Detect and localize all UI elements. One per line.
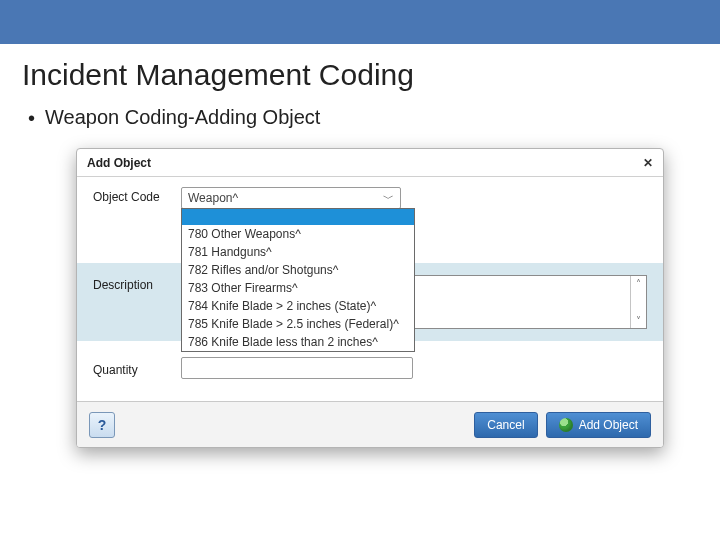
bullet-row: • Weapon Coding-Adding Object (0, 102, 720, 144)
dropdown-option[interactable]: 786 Knife Blade less than 2 inches^ (182, 333, 414, 351)
dropdown-option[interactable]: 785 Knife Blade > 2.5 inches (Federal)^ (182, 315, 414, 333)
dialog-title-text: Add Object (87, 156, 151, 170)
cancel-button[interactable]: Cancel (474, 412, 537, 438)
chevron-down-icon: ﹀ (380, 191, 396, 206)
dropdown-option-selected[interactable] (182, 209, 414, 225)
textarea-scrollbar[interactable]: ˄ ˅ (630, 276, 646, 328)
bullet-dot: • (28, 106, 35, 130)
dialog-wrap: Add Object ✕ Object Code Weapon^ ﹀ 780 O (0, 144, 720, 540)
quantity-input[interactable] (181, 357, 413, 379)
help-button[interactable]: ? (89, 412, 115, 438)
dialog-content: Object Code Weapon^ ﹀ 780 Other Weapons^… (77, 177, 663, 401)
dialog-titlebar: Add Object ✕ (77, 149, 663, 177)
top-band (0, 0, 720, 44)
object-code-dropdown[interactable]: 780 Other Weapons^ 781 Handguns^ 782 Rif… (181, 208, 415, 352)
bullet-text: Weapon Coding-Adding Object (45, 106, 320, 129)
slide-title: Incident Management Coding (0, 44, 720, 102)
dropdown-option[interactable]: 783 Other Firearms^ (182, 279, 414, 297)
dropdown-option[interactable]: 782 Rifles and/or Shotguns^ (182, 261, 414, 279)
dropdown-option[interactable]: 784 Knife Blade > 2 inches (State)^ (182, 297, 414, 315)
add-object-label: Add Object (579, 418, 638, 432)
object-code-row: Object Code Weapon^ ﹀ 780 Other Weapons^… (93, 187, 647, 209)
help-icon: ? (98, 417, 107, 433)
cancel-label: Cancel (487, 418, 524, 432)
object-code-value: Weapon^ (188, 191, 238, 205)
quantity-label: Quantity (93, 360, 181, 377)
add-object-button[interactable]: Add Object (546, 412, 651, 438)
slide: Incident Management Coding • Weapon Codi… (0, 0, 720, 540)
dropdown-option[interactable]: 780 Other Weapons^ (182, 225, 414, 243)
scroll-down-icon[interactable]: ˅ (636, 315, 641, 326)
dialog-footer: ? Cancel Add Object (77, 401, 663, 447)
scroll-up-icon[interactable]: ˄ (636, 278, 641, 289)
quantity-row: Quantity (93, 357, 647, 379)
object-code-select[interactable]: Weapon^ ﹀ (181, 187, 401, 209)
object-code-field: Weapon^ ﹀ 780 Other Weapons^ 781 Handgun… (181, 187, 647, 209)
add-object-dialog: Add Object ✕ Object Code Weapon^ ﹀ 780 O (76, 148, 664, 448)
globe-icon (559, 418, 573, 432)
object-code-label: Object Code (93, 187, 181, 204)
close-icon[interactable]: ✕ (643, 156, 653, 170)
description-label: Description (93, 275, 181, 292)
dropdown-option[interactable]: 781 Handguns^ (182, 243, 414, 261)
